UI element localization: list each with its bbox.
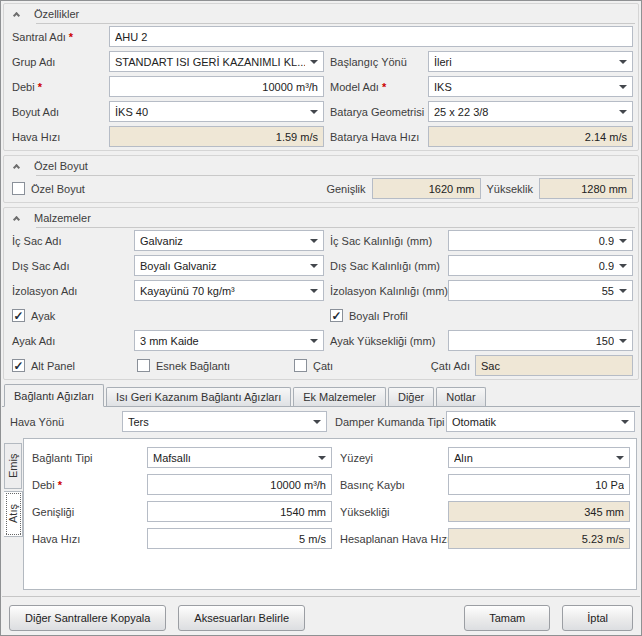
copy-to-other-units-button[interactable]: Diğer Santrallere Kopyala xyxy=(9,605,166,631)
baslangic-yonu-label: Başlangıç Yönü xyxy=(330,56,428,68)
cati-adi-readonly xyxy=(475,355,633,376)
required-marker: * xyxy=(69,31,73,43)
chevron-down-icon xyxy=(310,60,318,64)
tab-diger[interactable]: Diğer xyxy=(388,387,434,406)
batarya-geometrisi-select[interactable]: 25 x 22 3/8 xyxy=(428,101,633,122)
izolasyon-kalinligi-select[interactable]: 55 xyxy=(448,280,633,301)
dis-sac-kalinligi-select[interactable]: 0.9 xyxy=(448,255,633,276)
ayak-adi-select[interactable]: 3 mm Kaide xyxy=(134,330,324,351)
hava-hizi-label: Hava Hızı xyxy=(12,131,109,143)
ic-sac-adi-select[interactable]: Galvaniz xyxy=(134,230,324,251)
checkbox-icon: ✓ xyxy=(330,309,343,322)
tab-baglanti-agizlari[interactable]: Bağlantı Ağızları xyxy=(4,384,104,407)
tab-isi-geri-kazanim-baglanti-agizlari[interactable]: Isı Geri Kazanım Bağlantı Ağızları xyxy=(106,387,291,406)
damper-kumanda-tipi-label: Damper Kumanda Tipi xyxy=(335,416,446,428)
basinc-kaybi-input[interactable] xyxy=(448,474,630,495)
row-santral-adi: Santral Adı* xyxy=(4,24,638,49)
cancel-button[interactable]: İptal xyxy=(562,605,633,631)
chevron-down-icon xyxy=(619,289,627,293)
grup-adi-select[interactable]: STANDART ISI GERİ KAZANIMLI KL... xyxy=(109,51,324,72)
row-ayak-adi: Ayak Adı 3 mm Kaide Ayak Yüksekliği (mm)… xyxy=(4,328,638,353)
section-ozel-boyut: Özel Boyut Özel Boyut Genişlik Yükseklik xyxy=(3,155,639,203)
batarya-geometrisi-label: Batarya Geometrisi xyxy=(330,106,428,118)
chevron-down-icon xyxy=(310,289,318,293)
set-accessories-button[interactable]: Aksesuarları Belirle xyxy=(178,605,305,631)
grup-adi-label: Grup Adı xyxy=(12,56,109,68)
ahu-properties-dialog: Özellikler Santral Adı* Grup Adı STANDAR… xyxy=(0,0,642,636)
section-title: Özellikler xyxy=(34,8,79,20)
ok-button[interactable]: Tamam xyxy=(464,605,550,631)
debi-input[interactable] xyxy=(109,76,324,97)
alt-panel-checkbox[interactable]: ✓ Alt Panel xyxy=(12,359,137,372)
boyali-profil-checkbox[interactable]: ✓ Boyalı Profil xyxy=(330,309,408,322)
collapse-icon[interactable] xyxy=(13,164,20,171)
basinc-kaybi-label: Basınç Kaybı xyxy=(340,479,448,491)
batarya-hava-hizi-readonly xyxy=(428,126,633,147)
ayak-yuksekligi-label: Ayak Yüksekliği (mm) xyxy=(330,335,448,347)
section-ozel-boyut-header[interactable]: Özel Boyut xyxy=(4,156,638,176)
row-izolasyon: İzolasyon Adı Kayayünü 70 kg/m³ İzolasyo… xyxy=(4,278,638,303)
duct-subpanel-wrap: Emiş Atış Bağlantı Tipi Mafsallı Yüzeyi … xyxy=(4,438,637,590)
duct-subpanel: Bağlantı Tipi Mafsallı Yüzeyi Alın Debi* xyxy=(23,438,637,590)
yukseklik-readonly xyxy=(539,178,633,199)
ayak-adi-label: Ayak Adı xyxy=(12,335,134,347)
ozel-boyut-checkbox[interactable]: Özel Boyut xyxy=(12,182,85,195)
section-divider xyxy=(36,227,635,228)
baglanti-tipi-select[interactable]: Mafsallı xyxy=(147,447,332,468)
collapse-icon[interactable] xyxy=(13,216,20,223)
esnek-baglanti-checkbox[interactable]: Esnek Bağlantı xyxy=(137,359,294,372)
row-debi-model: Debi* Model Adı* IKS xyxy=(4,74,638,99)
section-malzemeler-header[interactable]: Malzemeler xyxy=(4,208,638,228)
ayak-checkbox[interactable]: ✓ Ayak xyxy=(12,309,330,322)
genislik-readonly xyxy=(372,178,481,199)
chevron-down-icon xyxy=(310,264,318,268)
duct-debi-input[interactable] xyxy=(147,474,332,495)
damper-kumanda-tipi-select[interactable]: Otomatik xyxy=(446,411,635,432)
checkbox-icon: ✓ xyxy=(12,309,25,322)
baglanti-tipi-label: Bağlantı Tipi xyxy=(32,452,147,464)
model-adi-label: Model Adı* xyxy=(330,81,428,93)
izolasyon-adi-select[interactable]: Kayayünü 70 kg/m³ xyxy=(134,280,324,301)
chevron-down-icon xyxy=(310,110,318,114)
section-ozellikler: Özellikler Santral Adı* Grup Adı STANDAR… xyxy=(3,3,639,151)
debi-label: Debi* xyxy=(12,81,109,93)
row-ayak-profil: ✓ Ayak ✓ Boyalı Profil xyxy=(4,303,638,328)
vtab-atis[interactable]: Atış xyxy=(4,491,23,537)
hava-hizi-readonly xyxy=(109,126,324,147)
duct-hava-hizi-input[interactable] xyxy=(147,528,332,549)
ic-sac-kalinligi-select[interactable]: 0.9 xyxy=(448,230,633,251)
row-baglanti-tipi-yuzeyi: Bağlantı Tipi Mafsallı Yüzeyi Alın xyxy=(24,444,636,471)
row-genislik-yukseklik: Genişliği Yüksekliği xyxy=(24,498,636,525)
genisligi-input[interactable] xyxy=(147,501,332,522)
chevron-down-icon xyxy=(619,339,627,343)
boyut-adi-label: Boyut Adı xyxy=(12,106,109,118)
ic-sac-adi-label: İç Sac Adı xyxy=(12,235,134,247)
boyut-adi-select[interactable]: İKS 40 xyxy=(109,101,324,122)
yuzeyi-select[interactable]: Alın xyxy=(448,447,630,468)
tab-ek-malzemeler[interactable]: Ek Malzemeler xyxy=(293,387,386,406)
santral-adi-input[interactable] xyxy=(109,26,633,47)
chevron-down-icon xyxy=(310,339,318,343)
collapse-icon[interactable] xyxy=(13,12,20,19)
model-adi-select[interactable]: IKS xyxy=(428,76,633,97)
duct-side-tabs: Emiş Atış xyxy=(4,438,23,590)
ayak-yuksekligi-select[interactable]: 150 xyxy=(448,330,633,351)
tab-notlar[interactable]: Notlar xyxy=(436,387,485,406)
checkbox-icon xyxy=(294,359,307,372)
cati-checkbox[interactable]: Çatı xyxy=(294,359,425,372)
hesaplanan-hava-hizi-readonly xyxy=(448,528,630,549)
cati-adi-label: Çatı Adı xyxy=(431,360,470,372)
section-ozellikler-header[interactable]: Özellikler xyxy=(4,4,638,24)
hava-yonu-select[interactable]: Ters xyxy=(122,411,327,432)
checkbox-icon xyxy=(12,182,25,195)
izolasyon-kalinligi-label: İzolasyon Kalınlığı (mm) xyxy=(330,285,448,297)
footer-bar: Diğer Santrallere Kopyala Aksesuarları B… xyxy=(1,597,641,636)
baslangic-yonu-select[interactable]: İleri xyxy=(428,51,633,72)
dis-sac-adi-select[interactable]: Boyalı Galvaniz xyxy=(134,255,324,276)
hava-yonu-label: Hava Yönü xyxy=(10,416,122,428)
vtab-emis[interactable]: Emiş xyxy=(4,443,22,489)
row-ozel-boyut: Özel Boyut Genişlik Yükseklik xyxy=(4,176,638,201)
chevron-down-icon xyxy=(619,264,627,268)
izolasyon-adi-label: İzolasyon Adı xyxy=(12,285,134,297)
connection-tabs-area: Bağlantı Ağızları Isı Geri Kazanım Bağla… xyxy=(2,384,640,597)
